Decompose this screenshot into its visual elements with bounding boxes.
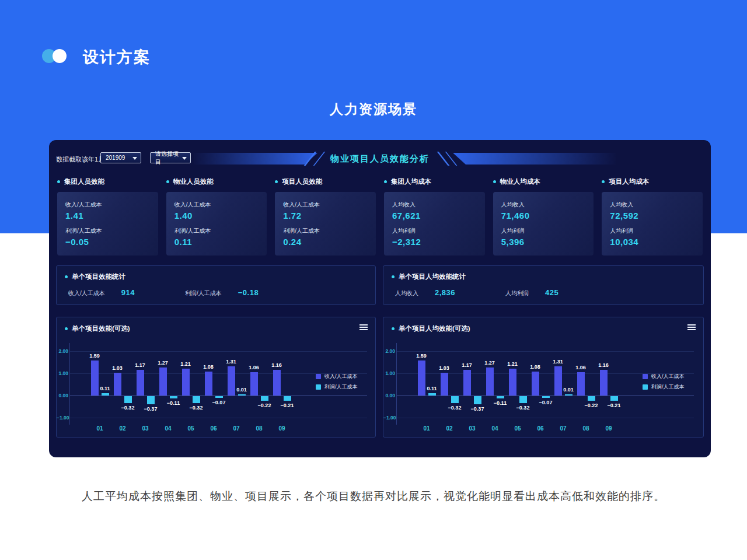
metric-label: 利润/人工成本 bbox=[283, 227, 368, 235]
kpi-column: 集团人均成本人均收入67,621人均利润−2,312 bbox=[384, 177, 485, 256]
bar-profit-cost-ratio bbox=[215, 396, 223, 398]
bar-profit-cost-ratio bbox=[193, 396, 200, 403]
bar-income-cost-ratio bbox=[114, 373, 121, 396]
bar-income-cost-ratio bbox=[137, 370, 144, 396]
bar-value-label: 1.06 bbox=[570, 365, 591, 370]
hamburger-menu-icon[interactable] bbox=[687, 324, 696, 331]
bar-profit-cost-ratio bbox=[474, 396, 481, 404]
kpi-metric: 人均利润−2,312 bbox=[392, 227, 477, 247]
gridline bbox=[396, 418, 694, 418]
kpi-card-title: 项目人员效能 bbox=[275, 177, 376, 186]
bar-profit-cost-ratio bbox=[147, 396, 155, 404]
metric-label: 人均利润 bbox=[501, 227, 586, 235]
chart-legend: 收入/人工成本 利润/人工成本 bbox=[643, 372, 685, 393]
legend-swatch-cyan bbox=[316, 384, 321, 390]
page: 设计方案 人力资源场景 数据截取该年1月至： 201909 请选择项目 物业项目… bbox=[0, 0, 747, 560]
stat-metrics: 收入/人工成本914利润/人工成本−0.18 bbox=[68, 288, 259, 298]
x-axis-tick: 09 bbox=[600, 425, 617, 432]
kpi-card-title: 物业人员效能 bbox=[166, 177, 267, 186]
stat-metric: 收入/人工成本914 bbox=[68, 288, 135, 298]
bar-value-label: −0.32 bbox=[117, 405, 138, 411]
metric-value: 67,621 bbox=[392, 211, 477, 220]
dashboard-panel: 数据截取该年1月至： 201909 请选择项目 物业项目人员效能分析 集团人员效… bbox=[49, 140, 711, 457]
bar-value-label: 1.31 bbox=[221, 359, 242, 365]
y-axis-tick: −1.00 bbox=[57, 415, 68, 421]
bar-income-cost-ratio bbox=[205, 372, 212, 396]
x-axis-tick: 03 bbox=[463, 425, 481, 432]
bar-value-label: −0.21 bbox=[603, 402, 624, 408]
metric-value: 1.40 bbox=[174, 211, 259, 220]
stat-panel-row: 单个项目效能统计收入/人工成本914利润/人工成本−0.18单个项目人均效能统计… bbox=[56, 265, 704, 305]
x-axis-tick: 09 bbox=[273, 425, 291, 432]
bar-profit-cost-ratio bbox=[610, 396, 618, 401]
legend-item-profit[interactable]: 利润/人工成本 bbox=[316, 383, 358, 391]
bar-value-label: −0.32 bbox=[444, 405, 465, 411]
stat-panel-title: 单个项目效能统计 bbox=[65, 272, 367, 281]
gridline bbox=[396, 351, 694, 352]
bar-value-label: −0.21 bbox=[277, 402, 298, 408]
kpi-column: 项目人均成本人均收入72,592人均利润10,034 bbox=[602, 177, 703, 256]
bar-value-label: 1.59 bbox=[84, 353, 105, 359]
dashboard-title: 物业项目人员效能分析 bbox=[49, 153, 711, 164]
bar-income-cost-ratio bbox=[159, 368, 167, 396]
metric-value: 914 bbox=[121, 288, 135, 297]
metric-value: 1.72 bbox=[283, 211, 368, 220]
y-axis-line bbox=[69, 343, 70, 425]
x-axis-tick: 07 bbox=[554, 425, 572, 432]
metric-value: 71,460 bbox=[501, 211, 586, 220]
kpi-metric: 收入/人工成本1.41 bbox=[65, 201, 150, 220]
bar-profit-cost-ratio bbox=[519, 396, 527, 403]
bar-value-label: −0.32 bbox=[186, 405, 207, 411]
bar-income-cost-ratio bbox=[532, 372, 539, 396]
chart-panel-row: 单个项目效能(可选) 收入/人工成本 利润/人工成本 2.001.000.00−… bbox=[56, 317, 704, 438]
bar-value-label: 1.06 bbox=[243, 365, 264, 370]
x-axis-tick: 07 bbox=[228, 425, 245, 432]
metric-label: 人均收入 bbox=[395, 289, 418, 298]
brand-logo-icon bbox=[42, 48, 70, 64]
legend-swatch-purple bbox=[316, 374, 321, 379]
bullet-dot-icon bbox=[65, 327, 68, 330]
bar-value-label: −0.37 bbox=[140, 406, 161, 412]
y-axis-tick: 0.00 bbox=[383, 393, 395, 398]
x-axis-tick: 02 bbox=[114, 425, 131, 432]
stat-metrics: 人均收入2,836人均利润425 bbox=[395, 288, 558, 298]
bar-profit-cost-ratio bbox=[102, 393, 109, 396]
stat-metric: 利润/人工成本−0.18 bbox=[185, 288, 259, 298]
bar-value-label: −0.11 bbox=[490, 400, 511, 406]
kpi-metric: 人均收入71,460 bbox=[501, 201, 586, 220]
kpi-card: 人均收入71,460人均利润5,396 bbox=[493, 192, 594, 256]
hamburger-menu-icon[interactable] bbox=[359, 324, 368, 331]
kpi-metric: 利润/人工成本0.24 bbox=[283, 227, 368, 247]
bar-value-label: 1.03 bbox=[434, 365, 455, 371]
metric-label: 收入/人工成本 bbox=[283, 201, 368, 209]
gridline bbox=[69, 418, 367, 418]
bar-value-label: −0.22 bbox=[581, 402, 602, 408]
metric-label: 人均利润 bbox=[505, 289, 529, 298]
kpi-metric: 收入/人工成本1.72 bbox=[283, 201, 368, 220]
y-axis-tick: 0.00 bbox=[57, 393, 68, 398]
metric-value: 72,592 bbox=[610, 211, 694, 220]
bar-income-cost-ratio bbox=[463, 370, 471, 396]
bar-value-label: −0.11 bbox=[163, 400, 184, 406]
bar-value-label: 1.27 bbox=[152, 360, 173, 366]
kpi-card: 人均收入72,592人均利润10,034 bbox=[602, 192, 703, 256]
bar-value-label: 1.31 bbox=[547, 359, 568, 365]
bar-value-label: 1.08 bbox=[198, 364, 219, 370]
metric-value: −0.05 bbox=[65, 237, 150, 247]
y-axis-tick: 2.00 bbox=[383, 348, 395, 354]
chart-legend: 收入/人工成本 利润/人工成本 bbox=[316, 372, 358, 393]
kpi-card: 收入/人工成本1.40利润/人工成本0.11 bbox=[166, 192, 267, 256]
metric-value: 10,034 bbox=[610, 237, 694, 247]
kpi-card-title: 集团人员效能 bbox=[57, 177, 158, 186]
kpi-column: 集团人员效能收入/人工成本1.41利润/人工成本−0.05 bbox=[57, 177, 158, 256]
kpi-metric: 人均收入67,621 bbox=[392, 201, 477, 220]
bar-value-label: 1.03 bbox=[107, 365, 128, 371]
bar-value-label: 1.21 bbox=[175, 361, 196, 367]
bar-income-cost-ratio bbox=[250, 372, 258, 396]
bar-profit-cost-ratio bbox=[284, 396, 291, 401]
metric-value: −0.18 bbox=[238, 288, 259, 297]
bullet-dot-icon bbox=[392, 327, 395, 330]
legend-item-profit[interactable]: 利润/人工成本 bbox=[643, 383, 685, 391]
bar-value-label: −0.32 bbox=[512, 405, 533, 411]
bullet-dot-icon bbox=[166, 180, 169, 183]
